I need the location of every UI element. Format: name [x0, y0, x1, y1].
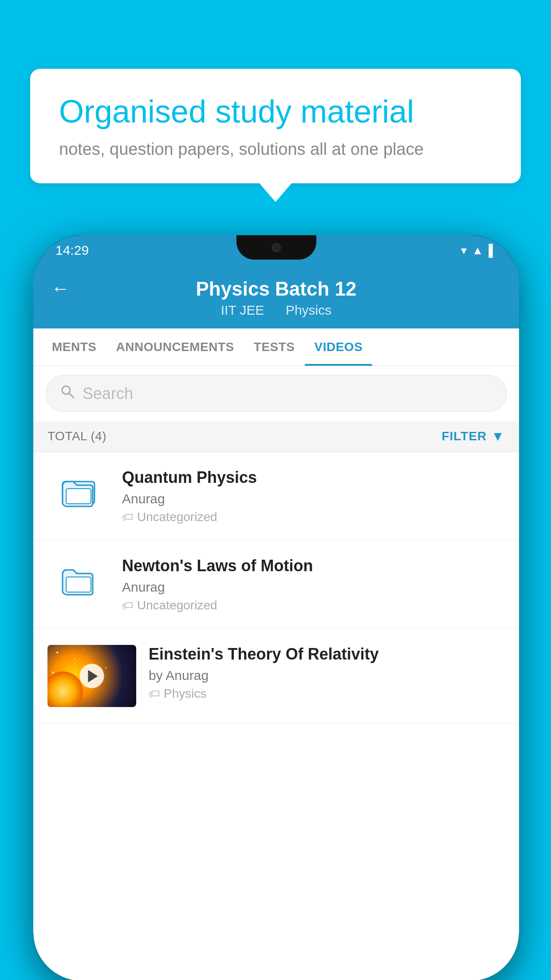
- status-time: 14:29: [55, 243, 89, 258]
- tag-icon: 🏷: [122, 510, 134, 524]
- tab-announcements[interactable]: ANNOUNCEMENTS: [106, 328, 244, 366]
- speech-bubble-subtitle: notes, question papers, solutions all at…: [59, 140, 492, 159]
- folder-icon: [47, 557, 110, 601]
- video-title: Newton's Laws of Motion: [122, 557, 505, 575]
- phone-screen: ← Physics Batch 12 IIT JEE Physics MENTS…: [33, 265, 519, 980]
- batch-category: IIT JEE: [221, 303, 264, 317]
- svg-rect-4: [66, 577, 91, 592]
- filter-label: FILTER: [441, 429, 487, 443]
- tab-tests[interactable]: TESTS: [244, 328, 305, 366]
- status-bar: 14:29 ▾ ▲ ▌: [33, 235, 519, 265]
- video-title: Einstein's Theory Of Relativity: [149, 645, 505, 664]
- app-header: ← Physics Batch 12 IIT JEE Physics: [33, 265, 519, 328]
- video-info: Einstein's Theory Of Relativity by Anura…: [149, 645, 505, 701]
- tag-icon: 🏷: [149, 687, 160, 701]
- tab-ments[interactable]: MENTS: [42, 328, 106, 366]
- filter-icon: ▼: [491, 429, 505, 444]
- tag-label: Uncategorized: [137, 510, 217, 524]
- tabs-bar: MENTS ANNOUNCEMENTS TESTS VIDEOS: [33, 328, 519, 366]
- video-tag: 🏷 Physics: [149, 687, 505, 701]
- video-list: Quantum Physics Anurag 🏷 Uncategorized: [33, 452, 519, 723]
- list-item[interactable]: Newton's Laws of Motion Anurag 🏷 Uncateg…: [33, 541, 519, 629]
- svg-line-1: [69, 393, 74, 398]
- signal-icon: ▲: [472, 244, 484, 257]
- tag-icon: 🏷: [122, 599, 134, 612]
- batch-subject: Physics: [286, 303, 331, 317]
- video-author: by Anurag: [149, 668, 505, 683]
- tag-label: Uncategorized: [137, 598, 217, 612]
- video-thumbnail: [47, 645, 136, 707]
- list-item[interactable]: Quantum Physics Anurag 🏷 Uncategorized: [33, 452, 519, 541]
- search-placeholder: Search: [83, 384, 133, 403]
- video-info: Quantum Physics Anurag 🏷 Uncategorized: [122, 468, 505, 524]
- tag-label: Physics: [164, 687, 206, 701]
- video-info: Newton's Laws of Motion Anurag 🏷 Uncateg…: [122, 557, 505, 612]
- play-icon: [88, 670, 98, 682]
- filter-bar: TOTAL (4) FILTER ▼: [33, 421, 519, 452]
- back-button[interactable]: ←: [51, 278, 70, 299]
- batch-subtitle: IIT JEE Physics: [216, 303, 336, 318]
- search-bar[interactable]: Search: [46, 375, 507, 412]
- search-bar-container: Search: [33, 366, 519, 421]
- video-title: Quantum Physics: [122, 468, 505, 487]
- status-icons: ▾ ▲ ▌: [461, 244, 497, 257]
- speech-bubble-title: Organised study material: [59, 93, 492, 130]
- tab-videos[interactable]: VIDEOS: [305, 328, 373, 366]
- batch-title: Physics Batch 12: [196, 278, 357, 300]
- speech-bubble: Organised study material notes, question…: [30, 69, 521, 183]
- phone-notch: [236, 235, 316, 260]
- play-button[interactable]: [80, 664, 104, 688]
- phone-frame: 14:29 ▾ ▲ ▌ ← Physics Batch 12 IIT JEE P…: [33, 235, 519, 980]
- list-item[interactable]: Einstein's Theory Of Relativity by Anura…: [33, 629, 519, 723]
- total-count: TOTAL (4): [47, 429, 106, 443]
- video-author: Anurag: [122, 580, 505, 595]
- svg-rect-3: [66, 489, 91, 504]
- filter-button[interactable]: FILTER ▼: [441, 429, 505, 444]
- folder-icon: [47, 468, 110, 513]
- video-tag: 🏷 Uncategorized: [122, 598, 505, 612]
- camera: [272, 243, 281, 252]
- video-author: Anurag: [122, 491, 505, 506]
- video-tag: 🏷 Uncategorized: [122, 510, 505, 524]
- search-icon: [59, 383, 75, 403]
- wifi-icon: ▾: [461, 244, 467, 257]
- battery-icon: ▌: [489, 244, 497, 257]
